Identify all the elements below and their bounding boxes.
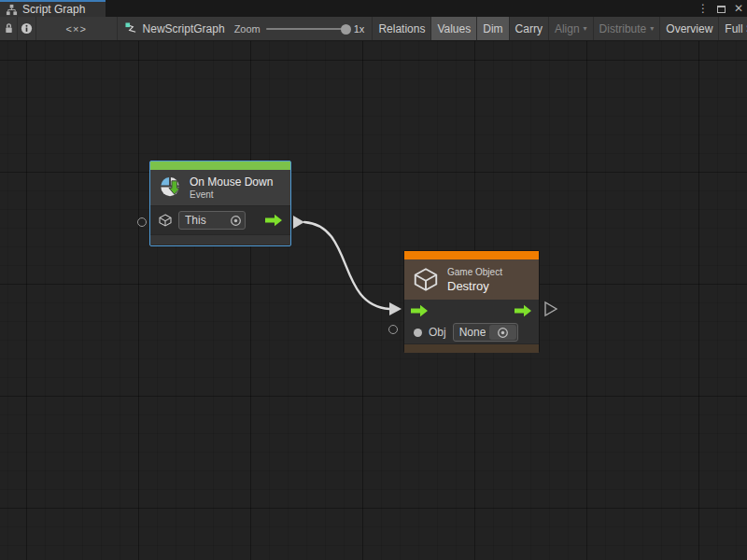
- zoom-label: Zoom: [234, 23, 261, 35]
- info-icon: [21, 22, 33, 35]
- obj-port-label: Obj: [429, 326, 446, 339]
- node-category: Game Object: [447, 267, 502, 277]
- game-object-cube-icon: [158, 213, 173, 228]
- game-object-cube-icon: [412, 265, 440, 294]
- control-input-arrow-icon: [411, 304, 429, 317]
- values-button[interactable]: Values: [431, 17, 477, 40]
- window-close-icon[interactable]: ✕: [734, 0, 743, 17]
- zoom-slider[interactable]: [266, 28, 348, 30]
- node-subtitle: Event: [190, 189, 273, 200]
- node-title: Destroy: [447, 279, 502, 293]
- lock-button[interactable]: [0, 17, 18, 40]
- object-picker-button[interactable]: [489, 325, 516, 340]
- code-view-toggle[interactable]: <×>: [36, 17, 118, 40]
- on-mouse-down-output-port[interactable]: [293, 216, 304, 229]
- node-on-mouse-down[interactable]: On Mouse Down Event This: [149, 161, 291, 246]
- tab-title: Script Graph: [22, 3, 85, 16]
- destroy-output-port[interactable]: [545, 302, 557, 315]
- dim-button[interactable]: Dim: [477, 17, 509, 40]
- connection-wire[interactable]: [304, 222, 389, 309]
- on-mouse-down-target-port[interactable]: [137, 217, 147, 227]
- obj-field-value: None (O: [459, 326, 486, 339]
- zoom-slider-handle[interactable]: [341, 24, 351, 35]
- node-title: On Mouse Down: [190, 175, 273, 189]
- script-graph-window: Script Graph ⋮ ✕ <×>: [0, 0, 747, 560]
- lock-icon: [4, 22, 14, 35]
- mouse-down-icon: [158, 175, 182, 201]
- dropdown-arrow-icon: ▾: [650, 24, 654, 33]
- info-button[interactable]: [18, 17, 35, 40]
- graph-name: NewScriptGraph: [143, 22, 225, 35]
- graph-toolbar: <×> NewScriptGraph Zoom 1x Relations Val…: [0, 17, 747, 41]
- align-dropdown-button[interactable]: Align▾: [549, 17, 594, 40]
- graph-breadcrumb[interactable]: NewScriptGraph: [118, 17, 225, 40]
- window-menu-icon[interactable]: ⋮: [698, 0, 709, 17]
- graph-hierarchy-icon: [6, 4, 18, 16]
- relations-button[interactable]: Relations: [373, 17, 431, 40]
- window-maximize-icon[interactable]: [717, 0, 726, 17]
- object-picker-target-icon: [497, 327, 509, 339]
- toolbar-toggle-group: Relations Values Dim Carry Align▾ Distri…: [373, 17, 747, 40]
- target-field-value: This: [185, 214, 226, 227]
- game-object-accent-bar: [404, 251, 539, 259]
- connections-overlay: [0, 41, 747, 560]
- event-accent-bar: [150, 161, 290, 170]
- zoom-value: 1x: [354, 23, 365, 35]
- script-graph-asset-icon: [125, 22, 137, 35]
- zoom-control: Zoom 1x: [225, 17, 374, 40]
- destroy-input-port[interactable]: [389, 302, 402, 315]
- dropdown-arrow-icon: ▾: [584, 24, 587, 33]
- tab-bar: Script Graph ⋮ ✕: [0, 0, 747, 17]
- control-output-arrow-icon: [514, 304, 532, 317]
- obj-value-port-dot[interactable]: [414, 329, 422, 337]
- graph-canvas[interactable]: On Mouse Down Event This: [0, 41, 747, 560]
- tab-script-graph[interactable]: Script Graph: [0, 0, 106, 17]
- carry-button[interactable]: Carry: [510, 17, 549, 40]
- node-footer: [150, 234, 290, 245]
- obj-object-field[interactable]: None (O: [453, 323, 518, 342]
- control-output-arrow-icon: [265, 214, 283, 227]
- object-picker-target-icon[interactable]: [230, 215, 242, 227]
- destroy-obj-port[interactable]: [388, 325, 398, 334]
- target-field[interactable]: This: [178, 211, 246, 230]
- full-screen-button[interactable]: Full Screen: [719, 17, 747, 40]
- node-destroy[interactable]: Game Object Destroy Obj: [403, 250, 540, 353]
- overview-button[interactable]: Overview: [660, 17, 719, 40]
- maximize-box-glyph: [717, 6, 726, 13]
- distribute-dropdown-button[interactable]: Distribute▾: [594, 17, 661, 40]
- code-toggle-glyph: <×>: [66, 23, 87, 35]
- node-footer: [404, 343, 539, 353]
